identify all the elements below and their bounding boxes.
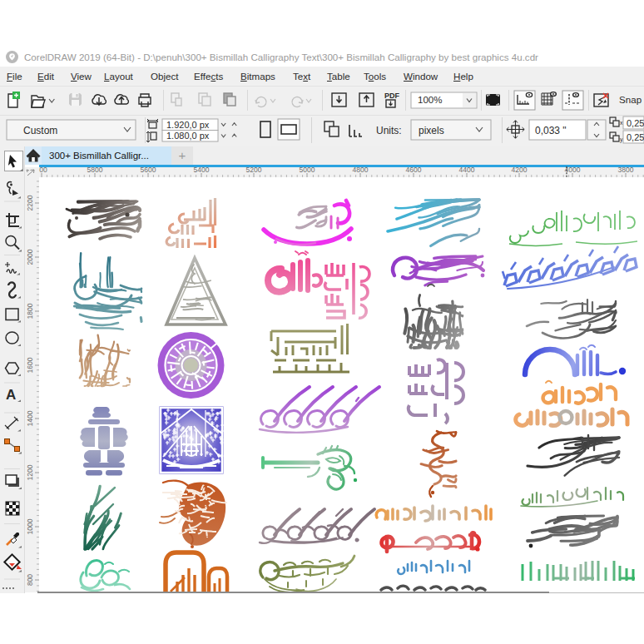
- svg-text:2200: 2200: [26, 195, 34, 211]
- svg-text:1200: 1200: [26, 464, 34, 480]
- svg-text:4600: 4600: [406, 166, 422, 174]
- svg-text:y: y: [620, 136, 623, 143]
- svg-text:0,25 ": 0,25 ": [627, 132, 644, 142]
- svg-text:4800: 4800: [353, 166, 369, 174]
- svg-text:5400: 5400: [194, 166, 210, 174]
- svg-text:Units:: Units:: [376, 125, 402, 136]
- svg-text:A: A: [6, 387, 16, 403]
- svg-text:5200: 5200: [246, 166, 262, 174]
- svg-text:100%: 100%: [418, 95, 442, 105]
- svg-text:1600: 1600: [26, 357, 34, 373]
- svg-text:800: 800: [26, 574, 34, 586]
- svg-text:4400: 4400: [459, 166, 475, 174]
- svg-text:Custom: Custom: [23, 125, 57, 136]
- svg-text:1.920,0 px: 1.920,0 px: [166, 120, 210, 130]
- svg-text:4200: 4200: [512, 166, 528, 174]
- svg-text:3800: 3800: [618, 166, 634, 174]
- svg-text:PDF: PDF: [384, 92, 400, 100]
- svg-text:0,25 ": 0,25 ": [627, 118, 644, 128]
- svg-text:pixels: pixels: [419, 125, 444, 136]
- svg-text:Snap: Snap: [619, 94, 642, 105]
- svg-text:5800: 5800: [87, 166, 103, 174]
- svg-text:00: 00: [39, 166, 47, 174]
- svg-text:1400: 1400: [26, 410, 34, 426]
- svg-text:1800: 1800: [26, 303, 34, 319]
- svg-text:5600: 5600: [141, 166, 156, 174]
- svg-text:2000: 2000: [26, 249, 34, 265]
- svg-text:0,033 ": 0,033 ": [535, 125, 567, 136]
- svg-text:x: x: [620, 120, 623, 126]
- svg-text:1000: 1000: [26, 518, 34, 534]
- svg-text:5000: 5000: [300, 166, 315, 174]
- svg-text:1.080,0 px: 1.080,0 px: [166, 131, 210, 141]
